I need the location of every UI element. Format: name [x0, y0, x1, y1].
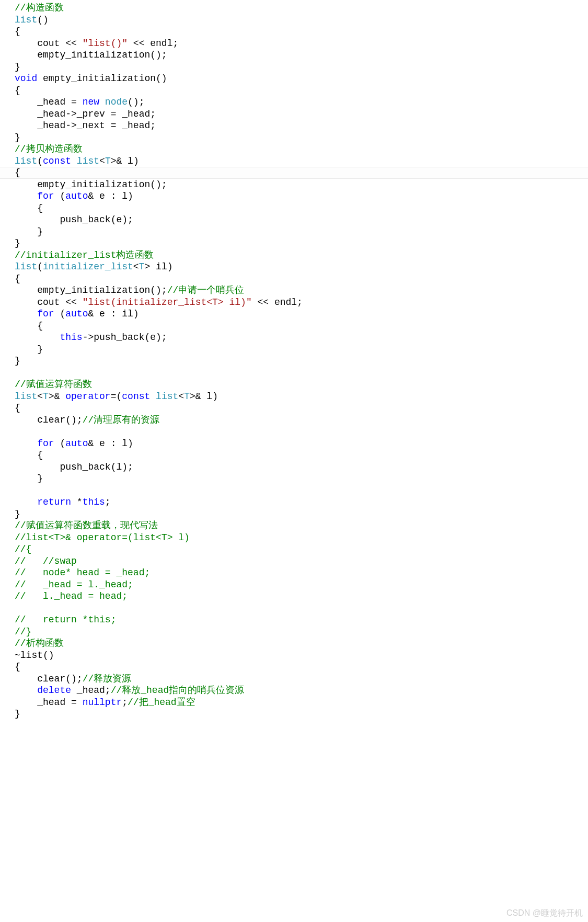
code-line: //list<T>& operator=(list<T> l) [15, 532, 588, 544]
code-token: // //swap [15, 556, 77, 566]
code-token: empty_initialization(); [15, 285, 167, 295]
code-token [15, 309, 37, 319]
code-token: //清理原有的资源 [83, 415, 160, 425]
code-line: // l._head = head; [15, 590, 588, 602]
code-token: //} [15, 627, 31, 637]
code-token: //释放资源 [83, 674, 132, 684]
code-token: ( [37, 156, 43, 166]
code-token [15, 191, 37, 201]
code-line: // //swap [15, 555, 588, 567]
code-token: < [178, 391, 184, 402]
code-token: } [15, 473, 43, 484]
code-token: _head; [71, 685, 111, 696]
code-token: } [15, 344, 43, 355]
code-token: delete [37, 685, 71, 696]
code-line: empty_initialization(); [15, 179, 588, 191]
code-token: clear(); [15, 415, 83, 425]
code-token: //{ [15, 544, 31, 554]
code-token: //析构函数 [15, 638, 64, 648]
code-token: initializer_list [43, 261, 133, 272]
code-line: empty_initialization(); [15, 49, 588, 61]
code-token: } [15, 238, 20, 248]
code-line: { [15, 661, 588, 673]
code-token: list [15, 15, 37, 25]
code-token: & e : l) [88, 438, 133, 449]
code-token: // node* head = _head; [15, 567, 150, 578]
code-line: for (auto& e : l) [15, 190, 588, 202]
code-line: _head = nullptr;//把_head置空 [15, 697, 588, 709]
code-token: T [139, 261, 145, 272]
code-token: push_back(e); [15, 214, 133, 225]
code-token: ; [122, 697, 128, 708]
code-token: operator [65, 391, 110, 402]
code-token: & e : l) [88, 191, 133, 201]
code-line: } [15, 508, 588, 520]
code-token: ( [54, 191, 66, 201]
code-token: //赋值运算符函数重载，现代写法 [15, 520, 158, 531]
code-line [15, 367, 588, 379]
code-line: cout << "list(initializer_list<T> il)" <… [15, 297, 588, 309]
code-token: list [15, 261, 37, 272]
code-token: empty_initialization() [37, 73, 167, 84]
code-token: ~list() [15, 650, 54, 661]
code-token: { [15, 450, 43, 460]
code-token: list [77, 156, 99, 166]
code-token: //拷贝构造函数 [15, 144, 83, 154]
code-token: void [15, 73, 37, 84]
code-token: } [15, 226, 43, 237]
code-token: return [37, 497, 71, 507]
code-line: void empty_initialization() [15, 73, 588, 85]
code-token: // _head = l._head; [15, 579, 133, 590]
code-line: } [15, 344, 588, 356]
code-token: { [15, 321, 43, 331]
code-line: //} [15, 626, 588, 638]
code-line: { [15, 167, 588, 179]
code-line: //赋值运算符函数 [15, 379, 588, 391]
code-line [15, 602, 588, 614]
code-token: * [71, 497, 83, 507]
code-token: ( [37, 261, 43, 272]
code-token: < [99, 156, 105, 166]
code-line: // node* head = _head; [15, 567, 588, 579]
code-token: > il) [144, 261, 172, 272]
code-line: _head->_prev = _head; [15, 108, 588, 120]
code-token: node [105, 97, 128, 107]
code-line: push_back(e); [15, 214, 588, 226]
code-token: for [37, 191, 54, 201]
code-token: } [15, 709, 20, 719]
code-token: _head->_next = _head; [15, 120, 156, 131]
code-token [15, 685, 37, 696]
code-line: push_back(l); [15, 461, 588, 473]
code-token: _head = [15, 97, 83, 107]
code-token: // l._head = head; [15, 591, 128, 601]
code-token: "list(initializer_list<T> il)" [83, 297, 252, 308]
code-token: >& l) [111, 156, 139, 166]
code-token: list [15, 391, 37, 402]
code-line: list(const list<T>& l) [15, 155, 588, 167]
code-token: { [15, 85, 20, 96]
code-line: } [15, 61, 588, 73]
code-line [15, 426, 588, 438]
code-token: } [15, 356, 20, 366]
code-token: list [15, 156, 37, 166]
code-token: { [15, 203, 43, 213]
code-line: { [15, 273, 588, 285]
code-token: { [15, 403, 20, 413]
code-token: auto [65, 191, 88, 201]
code-token: (); [128, 97, 144, 107]
code-token: { [15, 167, 20, 178]
code-token: for [37, 309, 54, 319]
code-token: nullptr [83, 697, 122, 708]
code-line: } [15, 708, 588, 720]
code-line: { [15, 449, 588, 461]
code-token: //申请一个哨兵位 [167, 285, 245, 295]
code-line [15, 485, 588, 497]
code-line: empty_initialization();//申请一个哨兵位 [15, 284, 588, 297]
code-token: auto [65, 309, 88, 319]
code-token: < [37, 391, 43, 402]
code-line: _head = new node(); [15, 96, 588, 108]
code-line: } [15, 473, 588, 485]
code-token: const [43, 156, 71, 166]
code-token: //构造函数 [15, 3, 64, 13]
code-token: new [83, 97, 99, 107]
